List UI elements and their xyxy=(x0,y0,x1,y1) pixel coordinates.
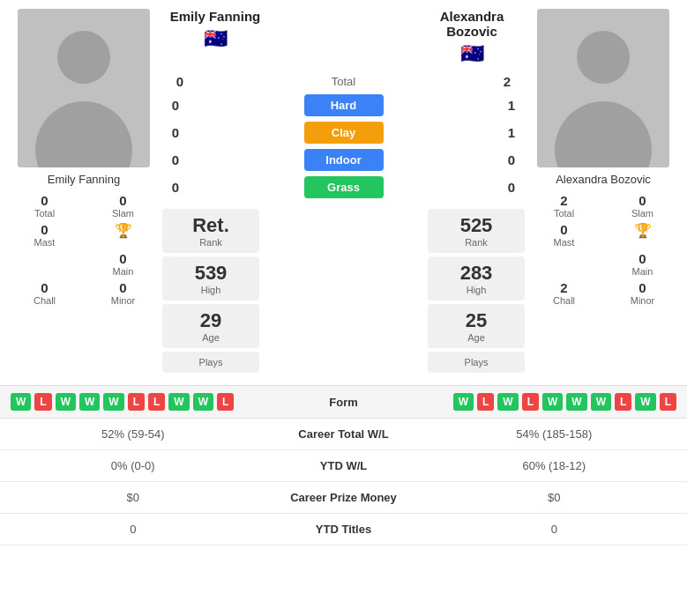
form-badge-w: W xyxy=(635,393,655,411)
left-mast-label: Mast xyxy=(34,237,56,248)
hard-right-score: 1 xyxy=(498,98,525,113)
row-left-value: 0% (0-0) xyxy=(11,459,256,472)
players-section: Emily Fanning 0 Total 0 Slam 0 Mast 🏆 xyxy=(0,0,687,385)
right-rank-value: 525 xyxy=(431,214,521,237)
right-chall-value: 2 xyxy=(560,280,567,295)
right-minor-value: 0 xyxy=(638,280,646,295)
surface-row-grass: 0 Grass 0 xyxy=(162,176,525,198)
left-stats-grid: 0 Total 0 Slam 0 Mast 🏆 0 xyxy=(9,193,159,306)
form-badge-w: W xyxy=(103,393,123,411)
left-minor-cell: 0 Minor xyxy=(87,280,159,306)
player-header-row: Emily Fanning 🇦🇺 Alexandra Bozovic 🇦🇺 xyxy=(162,9,525,65)
right-main-value: 0 xyxy=(638,251,646,266)
form-badge-w: W xyxy=(56,393,76,411)
right-high-value: 283 xyxy=(431,262,521,285)
left-total-value: 0 xyxy=(41,193,48,208)
left-main-value: 0 xyxy=(119,251,126,266)
row-center-label: Career Total W/L xyxy=(256,427,432,441)
clay-left-score: 0 xyxy=(162,125,189,140)
right-main-cell: 0 Main xyxy=(607,251,678,277)
left-high-block: 539 High xyxy=(162,256,259,301)
comparison-rows: 52% (59-54)Career Total W/L54% (185-158)… xyxy=(0,419,687,545)
surface-row-clay: 0 Clay 1 xyxy=(162,122,525,144)
left-center-stats: Ret. Rank 539 High 29 Age Plays xyxy=(162,209,259,376)
hard-left-score: 0 xyxy=(162,98,189,113)
stats-row: 0YTD Titles0 xyxy=(0,514,687,545)
row-right-value: 60% (18-12) xyxy=(432,459,677,472)
center-panel: Emily Fanning 🇦🇺 Alexandra Bozovic 🇦🇺 0 … xyxy=(159,9,528,376)
right-plays-block: Plays xyxy=(428,352,525,373)
left-high-value: 539 xyxy=(166,262,256,285)
form-badge-l: L xyxy=(477,393,494,411)
form-badge-l: L xyxy=(615,393,631,411)
form-badge-l: L xyxy=(522,393,539,411)
clay-right-score: 1 xyxy=(498,125,525,140)
form-badge-w: W xyxy=(453,393,474,411)
right-player-card: Alexandra Bozovic 2 Total 0 Slam 0 Mast … xyxy=(528,9,678,376)
right-player-name: Alexandra Bozovic xyxy=(556,173,651,186)
row-center-label: YTD W/L xyxy=(256,459,432,472)
left-chall-value: 0 xyxy=(41,280,48,295)
form-badge-w: W xyxy=(11,393,31,411)
indoor-badge: Indoor xyxy=(304,149,384,171)
form-badge-l: L xyxy=(128,393,145,411)
right-minor-label: Minor xyxy=(631,295,655,306)
right-mast-value: 0 xyxy=(560,222,567,237)
left-slam-label: Slam xyxy=(112,208,134,219)
form-label: Form xyxy=(291,396,397,409)
indoor-left-score: 0 xyxy=(162,152,189,167)
right-minor-cell: 0 Minor xyxy=(607,280,678,306)
right-header: Alexandra Bozovic 🇦🇺 xyxy=(419,9,525,65)
stats-row: 52% (59-54)Career Total W/L54% (185-158) xyxy=(0,419,687,450)
row-center-label: YTD Titles xyxy=(256,523,432,536)
surfaces-list: 0 Hard 1 0 Clay 1 0 Indoor 0 0 Grass xyxy=(162,94,525,204)
right-age-block: 25 Age xyxy=(428,304,525,348)
grass-badge: Grass xyxy=(304,176,384,198)
left-chall-cell: 0 Chall xyxy=(9,280,80,306)
form-badge-w: W xyxy=(168,393,189,411)
left-rank-block: Ret. Rank xyxy=(162,209,259,253)
left-slam-cell: 0 Slam xyxy=(87,193,159,219)
left-main-label-cell: 0 Main xyxy=(87,251,159,277)
right-rank-block: 525 Rank xyxy=(428,209,525,253)
total-right-score: 2 xyxy=(489,74,525,89)
right-rank-sub: Rank xyxy=(431,237,521,248)
right-slam-cell: 0 Slam xyxy=(607,193,678,219)
grass-right-score: 0 xyxy=(498,180,525,195)
right-chall-cell: 2 Chall xyxy=(528,280,600,306)
form-badge-w: W xyxy=(79,393,100,411)
row-right-value: 0 xyxy=(432,523,677,536)
left-age-block: 29 Age xyxy=(162,304,259,348)
left-form-badges: WLWWWLLWWL xyxy=(11,393,291,411)
right-total-label: Total xyxy=(554,208,574,219)
left-minor-label: Minor xyxy=(111,295,136,306)
right-player-photo xyxy=(537,9,669,167)
right-flag: 🇦🇺 xyxy=(460,42,484,65)
left-player-card: Emily Fanning 0 Total 0 Slam 0 Mast 🏆 xyxy=(9,9,159,376)
clay-badge: Clay xyxy=(304,122,384,144)
left-total-cell: 0 Total xyxy=(9,193,80,219)
right-slam-value: 0 xyxy=(638,193,646,208)
right-age-sub: Age xyxy=(431,332,521,343)
form-badge-w: W xyxy=(497,393,518,411)
main-container: Emily Fanning 0 Total 0 Slam 0 Mast 🏆 xyxy=(0,0,687,545)
right-total-cell: 2 Total xyxy=(528,193,600,219)
right-mast-cell: 0 Mast xyxy=(528,222,600,248)
indoor-right-score: 0 xyxy=(498,152,525,167)
left-flag: 🇦🇺 xyxy=(204,27,228,50)
left-mast-cell: 0 Mast xyxy=(9,222,80,248)
right-trophy-icon: 🏆 xyxy=(634,222,652,239)
left-age-sub: Age xyxy=(166,332,256,343)
right-center-stats: 525 Rank 283 High 25 Age Plays xyxy=(428,209,525,376)
left-total-label: Total xyxy=(34,208,55,219)
row-left-value: 0 xyxy=(11,523,256,536)
right-high-block: 283 High xyxy=(428,256,525,301)
left-header: Emily Fanning 🇦🇺 xyxy=(162,9,268,50)
form-badge-l: L xyxy=(660,393,676,411)
form-badge-w: W xyxy=(566,393,586,411)
left-plays-block: Plays xyxy=(162,352,259,373)
left-trophy-icon: 🏆 xyxy=(115,222,132,239)
surface-row-indoor: 0 Indoor 0 xyxy=(162,149,525,171)
left-rank-sub: Rank xyxy=(166,237,256,248)
row-right-value: $0 xyxy=(432,491,677,504)
